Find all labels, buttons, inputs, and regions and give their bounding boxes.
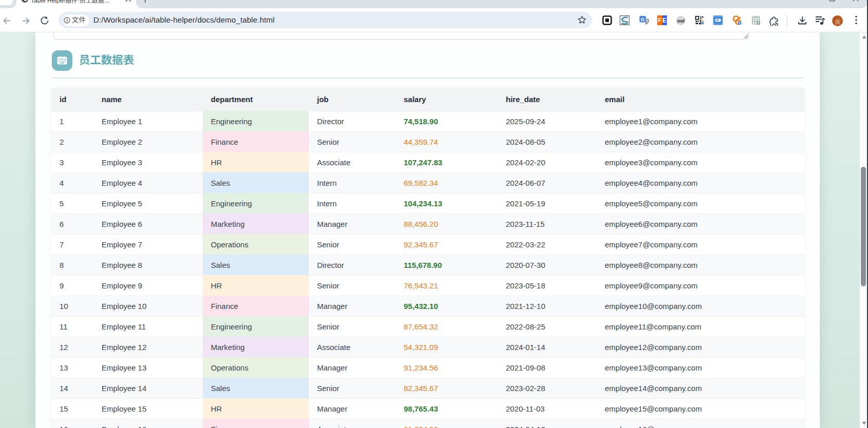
svg-text:G: G (641, 16, 644, 22)
svg-text:E: E (662, 17, 666, 24)
svg-text:F: F (658, 17, 661, 24)
svg-text:md: md (677, 18, 684, 24)
